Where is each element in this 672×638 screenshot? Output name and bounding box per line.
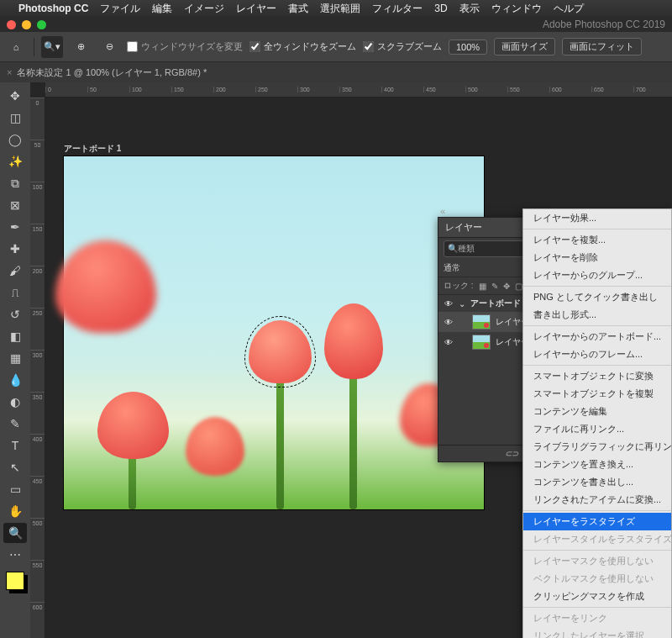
context-menu-item[interactable]: スマートオブジェクトに変換: [523, 367, 671, 385]
zoom-100-button[interactable]: 100%: [449, 40, 487, 55]
frame-tool-icon[interactable]: ⊠: [3, 195, 27, 215]
lasso-tool-icon[interactable]: ◯: [3, 129, 27, 150]
ruler-tick: 450: [423, 87, 465, 92]
foreground-color-swatch[interactable]: [6, 572, 24, 590]
ruler-tick: 0: [45, 87, 87, 92]
menu-edit[interactable]: 編集: [152, 2, 172, 16]
close-tab-icon[interactable]: ×: [7, 67, 12, 77]
healing-brush-tool-icon[interactable]: ✚: [3, 239, 27, 259]
vertical-ruler: 0501001502002503003504004505005506006507…: [30, 98, 45, 638]
hand-tool-icon[interactable]: ✋: [3, 501, 27, 521]
selection-marching-ants: [244, 316, 316, 388]
lock-pixels-icon[interactable]: ▦: [479, 282, 486, 291]
context-menu-item[interactable]: コンテンツを書き出し...: [523, 473, 671, 491]
menu-window[interactable]: ウィンドウ: [491, 2, 542, 16]
app-name[interactable]: Photoshop CC: [18, 3, 88, 14]
menu-3d[interactable]: 3D: [434, 3, 447, 14]
eyedropper-tool-icon[interactable]: ✒: [3, 217, 27, 237]
ruler-tick: 200: [30, 266, 45, 308]
magic-wand-tool-icon[interactable]: ✨: [3, 151, 27, 171]
lock-artboard-icon[interactable]: ✥: [503, 282, 510, 291]
context-menu-item[interactable]: ファイルに再リンク...: [523, 420, 671, 438]
ruler-tick: 500: [30, 518, 45, 560]
edit-toolbar-icon[interactable]: ⋯: [3, 545, 27, 565]
visibility-icon[interactable]: 👁: [444, 338, 454, 347]
fit-screen-button[interactable]: 画面サイズ: [494, 38, 555, 55]
menu-select[interactable]: 選択範囲: [320, 2, 360, 16]
context-menu-item[interactable]: 書き出し形式...: [523, 306, 671, 324]
lock-position-icon[interactable]: ✎: [491, 282, 498, 291]
link-layers-icon[interactable]: ⊂⊃: [505, 449, 518, 458]
ruler-tick: 250: [30, 308, 45, 350]
zoom-tool-icon[interactable]: 🔍: [3, 523, 27, 543]
context-menu-item: レイヤースタイルをラスタライズ: [523, 530, 671, 548]
document-tab-title[interactable]: 名称未設定 1 @ 100% (レイヤー 1, RGB/8#) *: [17, 66, 207, 79]
history-brush-tool-icon[interactable]: ↺: [3, 304, 27, 324]
zoom-all-windows-checkbox[interactable]: 全ウィンドウをズーム: [249, 40, 356, 53]
context-menu-item[interactable]: コンテンツを編集: [523, 403, 671, 420]
ruler-tick: 250: [255, 87, 297, 92]
zoom-in-icon[interactable]: ⊕: [70, 36, 92, 58]
context-menu-item[interactable]: スマートオブジェクトを複製: [523, 385, 671, 403]
context-menu-item[interactable]: PNG としてクイック書き出し: [523, 288, 671, 306]
disclosure-icon[interactable]: ⌄: [459, 299, 465, 308]
ruler-tick: 150: [171, 87, 213, 92]
menu-file[interactable]: ファイル: [100, 2, 140, 16]
context-menu-item: リンクしたレイヤーを選択: [523, 627, 671, 638]
clone-stamp-tool-icon[interactable]: ⎍: [3, 282, 27, 303]
shape-tool-icon[interactable]: ▭: [3, 479, 27, 499]
menu-view[interactable]: 表示: [459, 2, 480, 16]
resize-window-checkbox[interactable]: ウィンドウサイズを変更: [127, 40, 243, 53]
menu-help[interactable]: ヘルプ: [554, 2, 584, 16]
minimize-window-icon[interactable]: [22, 20, 31, 29]
marquee-tool-icon[interactable]: ◫: [3, 108, 27, 128]
close-window-icon[interactable]: [7, 20, 16, 29]
context-menu-item[interactable]: レイヤーからのフレーム...: [523, 345, 671, 363]
menu-image[interactable]: イメージ: [184, 2, 224, 16]
lock-nesting-icon[interactable]: ▢: [515, 282, 522, 291]
context-menu-item[interactable]: レイヤーからのグループ...: [523, 266, 671, 284]
path-selection-tool-icon[interactable]: ↖: [3, 457, 27, 477]
eraser-tool-icon[interactable]: ◧: [3, 326, 27, 346]
context-menu-item[interactable]: コンテンツを置き換え...: [523, 456, 671, 473]
maximize-window-icon[interactable]: [37, 20, 46, 29]
context-menu-item[interactable]: クリッピングマスクを作成: [523, 588, 671, 605]
context-menu-item[interactable]: レイヤーをラスタライズ: [523, 513, 671, 530]
menu-layer[interactable]: レイヤー: [236, 2, 276, 16]
move-tool-icon[interactable]: ✥: [3, 86, 27, 106]
context-menu-item[interactable]: リンクされたアイテムに変換...: [523, 491, 671, 509]
blur-tool-icon[interactable]: 💧: [3, 370, 27, 390]
context-menu-item[interactable]: レイヤー効果...: [523, 209, 671, 227]
layer-thumbnail[interactable]: [472, 314, 491, 330]
scrub-zoom-checkbox[interactable]: スクラブズーム: [363, 40, 442, 53]
menu-type[interactable]: 書式: [288, 2, 308, 16]
artboard-canvas[interactable]: [64, 156, 484, 509]
pen-tool-icon[interactable]: ✎: [3, 414, 27, 434]
dodge-tool-icon[interactable]: ◐: [3, 392, 27, 412]
ruler-tick: 350: [339, 87, 381, 92]
layer-thumbnail[interactable]: [472, 335, 491, 350]
context-menu-item[interactable]: レイヤーを削除: [523, 249, 671, 266]
canvas-area[interactable]: 0501001502002503003504004505005506006507…: [30, 82, 672, 638]
zoom-tool-preset-icon[interactable]: 🔍▾: [41, 36, 63, 58]
context-menu-item[interactable]: レイヤーからのアートボード...: [523, 328, 671, 345]
home-icon[interactable]: ⌂: [5, 36, 27, 58]
context-menu-item[interactable]: レイヤーを複製...: [523, 231, 671, 249]
type-tool-icon[interactable]: T: [3, 435, 27, 456]
layer-name: アートボード 1: [470, 298, 528, 309]
layer-filter-dropdown[interactable]: 🔍種類▾: [444, 240, 534, 257]
zoom-out-icon[interactable]: ⊖: [98, 36, 120, 58]
artboard-label[interactable]: アートボード 1: [64, 143, 121, 155]
crop-tool-icon[interactable]: ⧉: [3, 173, 27, 193]
gradient-tool-icon[interactable]: ▦: [3, 348, 27, 368]
close-panel-icon[interactable]: «: [440, 206, 445, 216]
menu-filter[interactable]: フィルター: [372, 2, 423, 16]
fit-window-button[interactable]: 画面にフィット: [562, 38, 642, 55]
layer-context-menu[interactable]: レイヤー効果...レイヤーを複製...レイヤーを削除レイヤーからのグループ...…: [522, 208, 672, 638]
window-title: Adobe Photoshop CC 2019: [543, 18, 665, 30]
macos-menubar[interactable]: Photoshop CC ファイル 編集 イメージ レイヤー 書式 選択範囲 フ…: [0, 0, 672, 17]
brush-tool-icon[interactable]: 🖌: [3, 261, 27, 281]
context-menu-item[interactable]: ライブラリグラフィックに再リンク...: [523, 438, 671, 456]
visibility-icon[interactable]: 👁: [444, 299, 454, 308]
visibility-icon[interactable]: 👁: [444, 318, 454, 327]
